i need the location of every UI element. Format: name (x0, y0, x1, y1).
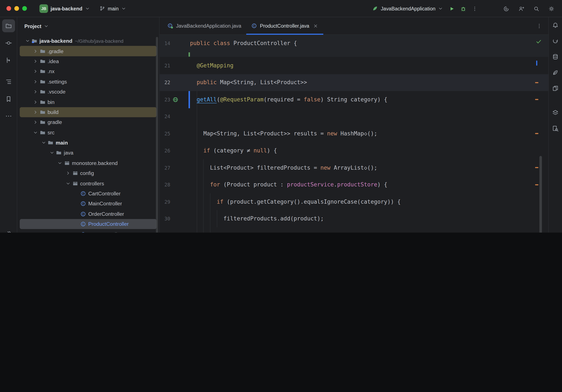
tree-item-UserController[interactable]: CUserController (20, 229, 157, 232)
window-close-button[interactable] (6, 6, 11, 11)
gutter-line-31[interactable]: 31 (159, 227, 190, 233)
tree-item-.idea[interactable]: .idea (20, 56, 157, 66)
tree-item-java-backend[interactable]: java-backend~/Github/java-backend (20, 36, 157, 46)
gutter-line-22[interactable]: 22 (159, 74, 190, 91)
folded-lines-gap[interactable] (159, 52, 548, 57)
gutter-line-30[interactable]: 30 (159, 210, 190, 227)
window-minimize-button[interactable] (14, 6, 19, 11)
build-button[interactable] (2, 227, 15, 233)
gutter-line-23[interactable]: 23 (159, 91, 190, 108)
tab-JavaBackendApplication.java[interactable]: CJavaBackendApplication.java (162, 17, 246, 35)
chevron-right-icon[interactable] (33, 89, 39, 95)
run-button[interactable] (446, 3, 457, 14)
chevron-right-icon[interactable] (33, 79, 39, 85)
chevron-down-icon[interactable] (57, 160, 63, 166)
editor-line-25[interactable]: 25 Map<String, List<Product>> results = … (159, 125, 548, 142)
gutter-line-25[interactable]: 25 (159, 125, 190, 142)
notifications-button[interactable] (550, 19, 561, 31)
tab-options-button[interactable] (535, 22, 543, 30)
stripe-mark-line-28[interactable] (535, 184, 539, 185)
chevron-right-icon[interactable] (33, 59, 39, 64)
branch-widget[interactable]: main (96, 4, 129, 13)
editor-line-27[interactable]: 27 List<Product> filteredProducts = new … (159, 159, 548, 176)
tree-item-config[interactable]: config (20, 168, 157, 178)
commit-button[interactable] (2, 36, 15, 49)
ai-assistant-button[interactable] (500, 3, 512, 14)
gradle-button[interactable] (550, 35, 561, 47)
chevron-right-icon[interactable] (33, 69, 39, 74)
tree-item-.vscode[interactable]: .vscode (20, 87, 157, 97)
chevron-down-icon[interactable] (41, 140, 47, 146)
tree-item-MainController[interactable]: CMainController (20, 199, 157, 209)
tree-item-.settings[interactable]: .settings (20, 77, 157, 87)
run-config-widget[interactable]: JavaBackendApplication (369, 4, 446, 13)
endpoints-button[interactable] (550, 83, 561, 94)
chevron-right-icon[interactable] (33, 48, 39, 54)
window-zoom-button[interactable] (22, 6, 27, 11)
inspections-ok-icon[interactable] (535, 38, 542, 45)
pull-requests-button[interactable] (2, 54, 15, 67)
editor-line-26[interactable]: 26 if (category ≠ null) { (159, 142, 548, 159)
stripe-mark-line-25[interactable] (535, 133, 539, 134)
stripe-mark-line-27[interactable] (535, 167, 539, 168)
tree-item-.nx[interactable]: .nx (20, 66, 157, 77)
gutter-line-28[interactable]: 28 (159, 176, 190, 193)
gutter-line-27[interactable]: 27 (159, 159, 190, 176)
tree-item-src[interactable]: src (20, 127, 157, 138)
code-with-me-button[interactable] (515, 3, 527, 14)
chevron-down-icon[interactable] (65, 180, 71, 186)
editor-line-31[interactable]: 31 } (159, 227, 548, 233)
tree-item-.gradle[interactable]: .gradle (20, 46, 157, 56)
chevron-down-icon[interactable] (49, 150, 55, 156)
tree-item-bin[interactable]: bin (20, 97, 157, 107)
project-widget[interactable]: JB java-backend (36, 2, 93, 14)
layers-button[interactable] (550, 107, 561, 118)
editor-scrollbar[interactable] (539, 156, 542, 233)
tree-item-gradle[interactable]: gradle (20, 117, 157, 128)
close-icon[interactable] (313, 23, 318, 28)
editor-line-22[interactable]: 22 public Map<String, List<Product>> (159, 74, 548, 91)
stripe-mark-line-21[interactable] (536, 60, 537, 66)
tree-item-controllers[interactable]: controllers (20, 178, 157, 189)
documentation-search-button[interactable] (550, 123, 561, 134)
editor-line-29[interactable]: 29 if (product.getCategory().equalsIgnor… (159, 193, 548, 210)
chevron-down-icon[interactable] (24, 38, 31, 44)
more-button[interactable] (2, 110, 15, 123)
tree-item-OrderController[interactable]: COrderController (20, 209, 157, 219)
editor-line-24[interactable]: 24 (159, 108, 548, 125)
gutter-line-26[interactable]: 26 (159, 142, 190, 159)
gutter-line-24[interactable]: 24 (159, 108, 190, 125)
more-actions-button[interactable] (469, 3, 480, 14)
editor-line-30[interactable]: 30 filteredProducts.add(product); (159, 210, 548, 227)
gutter-line-21[interactable]: 21 (159, 57, 190, 74)
project-panel-header[interactable]: Project (17, 17, 159, 35)
bookmarks-button[interactable] (2, 93, 15, 106)
chevron-down-icon[interactable] (33, 130, 39, 135)
tree-item-java[interactable]: java (20, 148, 157, 158)
tree-item-ProductController[interactable]: CProductController (20, 219, 157, 229)
chevron-right-icon[interactable] (33, 119, 39, 125)
chevron-right-icon[interactable] (33, 109, 39, 115)
stripe-mark-line-22[interactable] (535, 82, 539, 83)
tree-item-CartController[interactable]: CCartController (20, 189, 157, 199)
gutter-line-29[interactable]: 29 (159, 193, 190, 210)
editor-line-21[interactable]: 21 @GetMapping (159, 57, 548, 74)
tree-item-main[interactable]: main (20, 138, 157, 148)
tree-item-monostore.backend[interactable]: monostore.backend (20, 158, 157, 168)
search-everywhere-button[interactable] (530, 3, 542, 14)
editor-line-14[interactable]: 14public class ProductController { (159, 35, 548, 52)
chevron-right-icon[interactable] (33, 99, 39, 105)
stripe-mark-line-23[interactable] (535, 99, 539, 100)
database-button[interactable] (550, 51, 561, 62)
spring-beans-button[interactable] (550, 67, 561, 78)
endpoint-gutter-icon[interactable] (172, 96, 178, 103)
editor[interactable]: 14public class ProductController {21 @Ge… (159, 35, 548, 233)
gutter-line-14[interactable]: 14 (159, 35, 190, 52)
tree-item-build[interactable]: build (20, 107, 157, 117)
debug-button[interactable] (457, 3, 469, 14)
chevron-right-icon[interactable] (65, 170, 71, 176)
editor-line-23[interactable]: 23 getAll(@RequestParam(required = false… (159, 91, 548, 108)
tab-ProductController.java[interactable]: CProductController.java (246, 17, 323, 35)
editor-line-28[interactable]: 28 for (Product product : productService… (159, 176, 548, 193)
project-tree-scrollbar[interactable] (156, 37, 158, 233)
